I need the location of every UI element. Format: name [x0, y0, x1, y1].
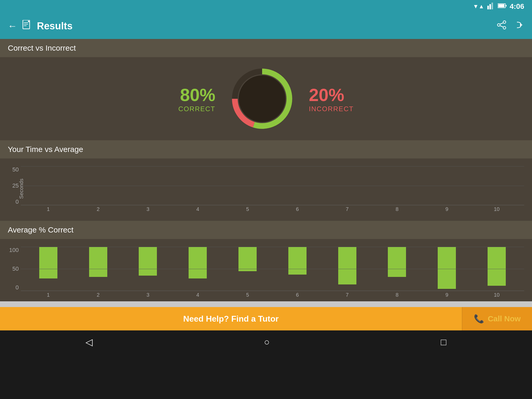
incorrect-label-group: 20% INCORRECT: [309, 85, 354, 113]
correct-incorrect-header: Correct vs Incorrect: [0, 39, 532, 57]
status-bar: ▼▲ 4:06: [0, 0, 532, 13]
time-chart-header: Your Time vs Average: [0, 140, 532, 158]
time-x-label-1: 1: [23, 205, 73, 213]
svg-rect-4: [506, 5, 507, 6]
avg-x-label-3: 3: [123, 291, 173, 299]
time-x-labels: 12345678910: [21, 205, 524, 213]
avg-x-label-1: 1: [23, 291, 73, 299]
avg-x-label-6: 6: [272, 291, 322, 299]
nav-back-icon[interactable]: ◁: [85, 337, 93, 348]
avg-green-bar-5: [238, 247, 257, 271]
avg-green-bar-1: [39, 247, 57, 278]
avg-grid-50: [21, 269, 524, 269]
toolbar: ← Results: [0, 13, 532, 39]
help-text: Need Help? Find a Tutor: [0, 314, 462, 324]
avg-green-bar-10: [488, 247, 506, 286]
avg-y-0: 0: [16, 284, 19, 291]
correct-label-group: 80% CORRECT: [178, 85, 215, 113]
time-chart-section: 50 25 0 Seconds 12345678910: [0, 158, 532, 221]
forward-button[interactable]: [514, 20, 524, 32]
status-icons: ▼▲ 4:06: [473, 2, 524, 11]
svg-line-15: [500, 26, 503, 27]
toolbar-title: Results: [37, 21, 491, 32]
donut-svg: [231, 68, 293, 130]
avg-x-label-9: 9: [422, 291, 472, 299]
bottom-banner: Need Help? Find a Tutor 📞 Call Now: [0, 307, 532, 330]
avg-x-labels: 12345678910: [21, 291, 524, 299]
grid-line-50: [21, 166, 524, 167]
avg-chart-grid: [21, 247, 524, 291]
correct-incorrect-title: Correct vs Incorrect: [8, 44, 76, 52]
incorrect-label: INCORRECT: [309, 105, 354, 113]
time-x-label-6: 6: [272, 205, 322, 213]
call-now-button[interactable]: 📞 Call Now: [462, 307, 532, 330]
svg-point-11: [503, 21, 506, 23]
incorrect-percent: 20%: [309, 85, 354, 105]
avg-x-label-5: 5: [223, 291, 272, 299]
wifi-icon: ▼▲: [473, 3, 484, 10]
avg-chart-header: Average % Correct: [0, 221, 532, 239]
phone-icon: 📞: [474, 314, 484, 324]
avg-x-label-10: 10: [472, 291, 522, 299]
svg-point-21: [241, 77, 283, 120]
avg-green-bar-9: [438, 247, 456, 289]
avg-x-label-2: 2: [73, 291, 123, 299]
signal-icon: [487, 2, 495, 11]
svg-marker-2: [491, 3, 493, 9]
time-x-label-10: 10: [472, 205, 522, 213]
avg-green-bar-7: [338, 247, 356, 284]
battery-icon: [498, 3, 507, 10]
time-x-label-2: 2: [73, 205, 123, 213]
svg-marker-16: [520, 24, 523, 26]
donut-section: 80% CORRECT 20% INCORRECT: [0, 57, 532, 140]
time-x-label-7: 7: [322, 205, 372, 213]
time-y-25: 25: [12, 182, 19, 189]
doc-icon: [22, 20, 32, 32]
time-chart-area: 50 25 0 Seconds 12345678910: [8, 166, 524, 213]
svg-line-14: [500, 23, 503, 24]
toolbar-actions: [497, 20, 524, 32]
share-button[interactable]: [497, 20, 507, 32]
avg-y-labels: 100 50 0: [8, 247, 21, 291]
time-x-label-5: 5: [223, 205, 272, 213]
status-time: 4:06: [510, 2, 524, 11]
avg-green-bar-6: [288, 247, 307, 275]
nav-home-icon[interactable]: ○: [264, 337, 270, 348]
time-y-50: 50: [12, 166, 19, 173]
svg-rect-5: [498, 4, 504, 7]
avg-y-100: 100: [9, 247, 19, 254]
svg-marker-1: [489, 4, 491, 9]
svg-point-13: [497, 24, 500, 26]
avg-chart-title: Average % Correct: [8, 225, 74, 234]
avg-green-bar-8: [388, 247, 406, 277]
avg-green-bar-2: [89, 247, 107, 277]
avg-x-label-4: 4: [173, 291, 223, 299]
back-button[interactable]: ←: [8, 21, 17, 31]
time-x-label-3: 3: [123, 205, 173, 213]
time-chart-grid: [21, 166, 524, 205]
correct-label: CORRECT: [178, 105, 215, 113]
avg-chart-section: 100 50 0 12345678910: [0, 239, 532, 301]
correct-percent: 80%: [178, 85, 215, 105]
svg-point-12: [503, 26, 506, 29]
avg-green-bar-3: [139, 247, 157, 276]
grid-line-25: [21, 186, 524, 186]
time-x-label-8: 8: [372, 205, 422, 213]
call-now-label: Call Now: [488, 314, 521, 323]
avg-grid-100: [21, 247, 524, 247]
avg-x-label-8: 8: [372, 291, 422, 299]
time-x-label-4: 4: [173, 205, 223, 213]
avg-chart-area: 100 50 0 12345678910: [8, 247, 524, 299]
donut-chart: [231, 68, 293, 130]
time-x-label-9: 9: [422, 205, 472, 213]
svg-marker-0: [487, 6, 489, 9]
time-y-0: 0: [16, 198, 19, 205]
nav-square-icon[interactable]: □: [441, 337, 447, 348]
separator: [0, 301, 532, 307]
avg-y-50: 50: [12, 265, 19, 272]
nav-bar: ◁ ○ □: [0, 330, 532, 354]
avg-green-bar-4: [189, 247, 207, 278]
avg-x-label-7: 7: [322, 291, 372, 299]
time-chart-title: Your Time vs Average: [8, 145, 83, 154]
